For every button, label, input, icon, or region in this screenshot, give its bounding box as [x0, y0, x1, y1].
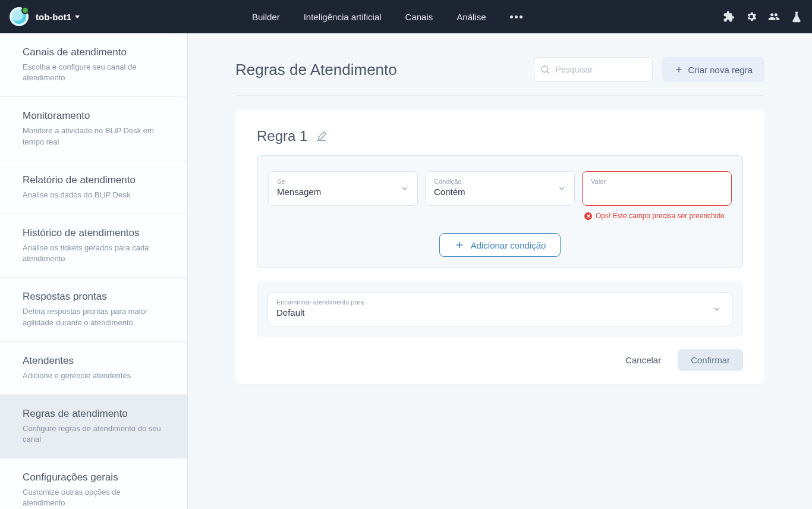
confirm-button[interactable]: Confirmar: [678, 349, 743, 371]
nav-more[interactable]: [510, 8, 523, 26]
chevron-down-icon: [401, 184, 409, 193]
sidebar-item-agents[interactable]: Atendentes Adicione e gerencie atendente…: [0, 342, 187, 395]
nav-channels[interactable]: Canais: [405, 8, 433, 26]
bot-selector[interactable]: tob-bot1: [36, 12, 80, 22]
cancel-button[interactable]: Cancelar: [615, 349, 672, 371]
search-input[interactable]: [534, 57, 653, 82]
sidebar-item-history[interactable]: Histórico de atendimentos Analise os tic…: [0, 214, 187, 278]
rule-card: Regra 1 Se Mensagem Condição: [235, 110, 764, 384]
header-actions: [723, 11, 802, 23]
error-icon: ✕: [584, 212, 592, 220]
nav-builder[interactable]: Builder: [252, 8, 280, 26]
nav-ai[interactable]: Inteligência artificial: [304, 8, 382, 26]
svg-point-0: [542, 66, 548, 73]
sidebar-item-monitoring[interactable]: Monitoramento Monitore a atividade no BL…: [0, 97, 187, 161]
sidebar-item-title: Relatório de atendimento: [23, 174, 165, 186]
forward-label: Encaminhar atendimento para: [276, 299, 723, 306]
sidebar-item-report[interactable]: Relatório de atendimento Analise os dado…: [0, 161, 187, 214]
sidebar-item-canned[interactable]: Respostas prontas Defina respostas pront…: [0, 278, 187, 341]
forward-value: Default: [276, 307, 305, 318]
divider: [235, 95, 764, 96]
plus-icon: [674, 65, 684, 74]
page-title: Regras de Atendimento: [235, 61, 524, 79]
plugin-icon[interactable]: [723, 11, 735, 23]
bot-avatar[interactable]: [10, 7, 29, 26]
edit-icon[interactable]: [316, 130, 328, 142]
forward-panel: Encaminhar atendimento para Default: [257, 281, 743, 337]
rule-actions: Cancelar Confirmar: [257, 349, 743, 371]
new-rule-button[interactable]: Criar nova regra: [662, 57, 764, 82]
sidebar-item-desc: Configure regras de atendimento do seu c…: [23, 423, 165, 445]
sidebar-item-desc: Analise os dados do BLiP Desk: [23, 190, 165, 200]
sidebar-item-settings[interactable]: Configurações gerais Customize outras op…: [0, 458, 187, 509]
svg-line-1: [547, 71, 549, 73]
sidebar-item-desc: Customize outras opções de atendimento: [23, 487, 165, 508]
if-select-label: Se: [277, 178, 409, 185]
sidebar-item-desc: Adicione e gerencie atendentes: [23, 370, 165, 381]
value-input-label: Valor: [591, 178, 723, 185]
search-icon: [540, 64, 550, 75]
team-icon[interactable]: [768, 11, 780, 23]
app-header: tob-bot1 Builder Inteligência artificial…: [0, 0, 812, 33]
condition-row: Se Mensagem Condição Contém: [268, 171, 732, 220]
if-select[interactable]: Se Mensagem: [268, 171, 418, 206]
chevron-down-icon: [558, 184, 566, 193]
rule-title: Regra 1: [257, 128, 307, 144]
conditions-panel: Se Mensagem Condição Contém: [257, 155, 743, 268]
chevron-down-icon: [75, 15, 80, 18]
sidebar-item-title: Histórico de atendimentos: [23, 227, 165, 239]
rule-header: Regra 1: [257, 128, 743, 144]
forward-select[interactable]: Encaminhar atendimento para Default: [267, 292, 732, 326]
sidebar-item-desc: Monitore a atividade no BLiP Desk em tem…: [23, 125, 165, 147]
bot-name-label: tob-bot1: [36, 12, 71, 22]
error-text: Ops! Este campo precisa ser preenchido: [596, 212, 725, 220]
main-content: Regras de Atendimento Criar nova regra R…: [188, 33, 812, 509]
sidebar-item-rules[interactable]: Regras de atendimento Configure regras d…: [0, 395, 187, 458]
if-select-wrap: Se Mensagem: [268, 171, 418, 206]
value-input-wrap: Valor ✕ Ops! Este campo precisa ser pree…: [582, 171, 732, 220]
sidebar-item-title: Configurações gerais: [23, 472, 165, 483]
if-select-value: Mensagem: [277, 187, 321, 197]
chevron-down-icon: [713, 305, 721, 313]
new-rule-label: Criar nova regra: [688, 65, 753, 75]
flask-icon[interactable]: [791, 11, 802, 23]
sidebar-item-title: Atendentes: [23, 355, 165, 367]
search-box: [534, 57, 653, 82]
sidebar-item-desc: Escolha e configure seu canal de atendim…: [23, 62, 165, 83]
condition-select-label: Condição: [434, 178, 566, 185]
add-condition-label: Adicionar condição: [471, 240, 546, 250]
value-input[interactable]: Valor: [582, 171, 732, 206]
sidebar-item-title: Respostas prontas: [23, 291, 165, 303]
plus-icon: [454, 240, 465, 250]
condition-select-value: Contém: [434, 187, 465, 197]
sidebar-item-desc: Analise os tickets gerados para cada ate…: [23, 243, 165, 264]
nav-analysis[interactable]: Análise: [457, 8, 486, 26]
error-message: ✕ Ops! Este campo precisa ser preenchido: [582, 212, 732, 220]
condition-select[interactable]: Condição Contém: [425, 171, 575, 206]
sidebar-item-channels[interactable]: Canais de atendimento Escolha e configur…: [0, 33, 187, 97]
sidebar-item-title: Canais de atendimento: [23, 46, 165, 58]
sidebar-item-title: Regras de atendimento: [23, 408, 165, 420]
page-header: Regras de Atendimento Criar nova regra: [235, 57, 764, 82]
top-nav: Builder Inteligência artificial Canais A…: [252, 8, 523, 26]
sidebar: Canais de atendimento Escolha e configur…: [0, 33, 188, 509]
sidebar-item-desc: Defina respostas prontas para maior agil…: [23, 306, 165, 328]
add-condition-button[interactable]: Adicionar condição: [439, 233, 561, 257]
condition-select-wrap: Condição Contém: [425, 171, 575, 206]
sidebar-item-title: Monitoramento: [23, 110, 165, 122]
gear-icon[interactable]: [745, 11, 757, 23]
